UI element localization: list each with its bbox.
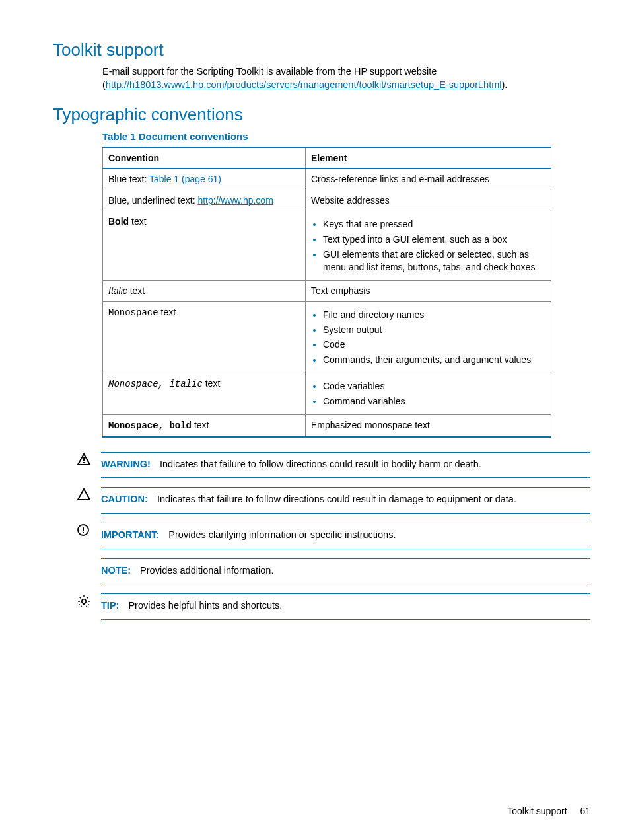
svg-point-15 <box>86 606 87 607</box>
col-header-convention: Convention <box>103 147 306 169</box>
xref-link[interactable]: Table 1 (page 61) <box>149 174 221 184</box>
admonition-label: NOTE: <box>101 565 131 576</box>
svg-point-14 <box>81 606 82 607</box>
table-row: Bold text Keys that are pressed Text typ… <box>103 211 551 281</box>
svg-rect-4 <box>83 532 84 533</box>
mono-sample: Monospace <box>108 307 158 318</box>
table-row: Blue, underlined text: http://www.hp.com… <box>103 190 551 211</box>
table-row: Monospace text File and directory names … <box>103 301 551 373</box>
admonition-text: Provides clarifying information or speci… <box>168 529 396 540</box>
table-row: Monospace, bold text Emphasized monospac… <box>103 415 551 437</box>
list-item: Text typed into a GUI element, such as a… <box>323 233 545 246</box>
admonition-text: Indicates that failure to follow directi… <box>157 494 516 504</box>
list-item: Command variables <box>323 395 545 408</box>
table-row: Italic text Text emphasis <box>103 280 551 301</box>
text: Emphasized monospace text <box>306 415 551 437</box>
svg-line-10 <box>80 597 81 599</box>
text: Website addresses <box>306 190 551 211</box>
caution-icon <box>77 487 101 500</box>
svg-point-12 <box>79 604 80 605</box>
warning-icon <box>77 452 101 465</box>
text: text <box>127 286 145 296</box>
col-header-element: Element <box>306 147 551 169</box>
list-item: GUI elements that are clicked or selecte… <box>323 248 545 274</box>
web-link[interactable]: http://www.hp.com <box>197 195 273 206</box>
list-item: System output <box>323 324 545 336</box>
text: text <box>158 307 176 317</box>
heading-typographic-conventions: Typographic conventions <box>53 103 590 126</box>
svg-point-5 <box>82 599 86 603</box>
text: Blue, underlined text: <box>108 195 197 206</box>
table-row: Monospace, italic text Code variables Co… <box>103 373 551 415</box>
svg-line-11 <box>87 597 88 599</box>
table-title: Table 1 Document conventions <box>102 130 590 143</box>
list-item: Code <box>323 338 545 351</box>
mono-bold-sample: Monospace, bold <box>108 420 192 431</box>
text: text <box>203 378 220 389</box>
admonition-warning: WARNING!Indicates that failure to follow… <box>77 452 590 488</box>
list-item: File and directory names <box>323 309 545 321</box>
admonition-important: IMPORTANT:Provides clarifying informatio… <box>77 523 590 558</box>
important-icon <box>77 523 101 536</box>
table-row: Blue text: Table 1 (page 61) Cross-refer… <box>103 169 551 190</box>
admonition-label: TIP: <box>101 600 119 611</box>
admonition-label: CAUTION: <box>101 494 148 504</box>
text: ). <box>501 79 507 90</box>
tip-icon <box>77 593 101 608</box>
text: text <box>129 216 146 227</box>
admonition-text: Provides helpful hints and shortcuts. <box>128 600 282 611</box>
admonition-note: NOTE:Provides additional information. <box>77 558 590 594</box>
note-icon <box>77 558 101 560</box>
admonition-label: IMPORTANT: <box>101 529 159 540</box>
admonition-caution: CAUTION:Indicates that failure to follow… <box>77 487 590 523</box>
list-item: Code variables <box>323 380 545 393</box>
svg-rect-3 <box>83 527 84 531</box>
heading-toolkit-support: Toolkit support <box>53 38 590 61</box>
toolkit-support-paragraph: E-mail support for the Scripting Toolkit… <box>102 65 590 91</box>
text: text <box>192 420 209 430</box>
svg-rect-1 <box>83 462 85 463</box>
conventions-table: Convention Element Blue text: Table 1 (p… <box>102 147 551 438</box>
text: Blue text: <box>108 174 149 184</box>
text: Cross-reference links and e-mail address… <box>306 169 551 190</box>
admonition-label: WARNING! <box>101 459 151 469</box>
text: Text emphasis <box>306 280 551 301</box>
admonition-text: Provides additional information. <box>140 565 273 576</box>
italic-sample: Italic <box>108 286 127 296</box>
bold-sample: Bold <box>108 216 129 227</box>
admonition-text: Indicates that failure to follow directi… <box>160 459 481 469</box>
list-item: Commands, their arguments, and argument … <box>323 354 545 366</box>
support-link[interactable]: http://h18013.www1.hp.com/products/serve… <box>106 79 502 90</box>
svg-point-13 <box>88 604 89 605</box>
svg-rect-6 <box>83 603 85 605</box>
mono-italic-sample: Monospace, italic <box>108 379 203 389</box>
svg-rect-0 <box>83 457 85 461</box>
admonition-tip: TIP:Provides helpful hints and shortcuts… <box>77 593 590 629</box>
list-item: Keys that are pressed <box>323 218 545 231</box>
